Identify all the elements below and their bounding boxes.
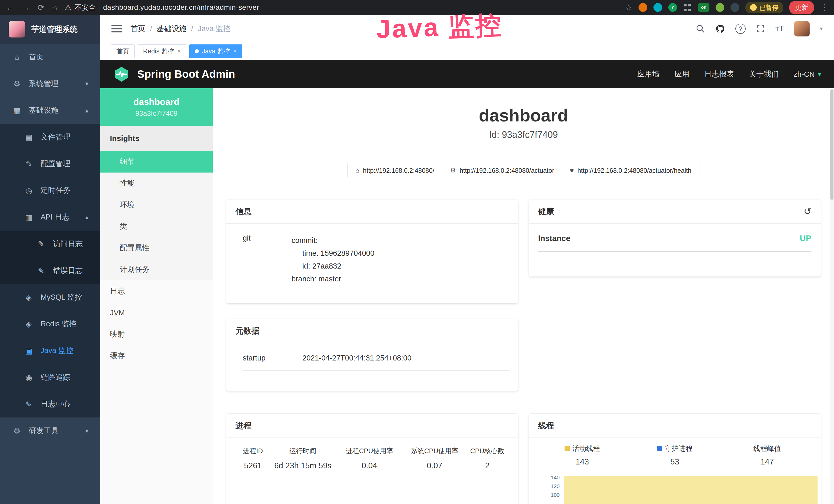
help-icon[interactable]: ? (736, 24, 746, 34)
close-icon[interactable]: × (233, 48, 237, 54)
service-url-button[interactable]: ⌂http://192.168.0.2:48080/ (347, 163, 442, 178)
sidebar-item-api-logs[interactable]: ▥API 日志▴ (0, 204, 100, 231)
update-button[interactable]: 更新 (789, 1, 814, 14)
sba-item-caches[interactable]: 缓存 (100, 345, 213, 367)
sidebar-menu: ⌂首页 ⚙系统管理▾ ▦基础设施▴ ▤文件管理 ✎配置管理 ◷定时任务 ▥API… (0, 44, 100, 444)
sba-nav: 应用墙 应用 日志报表 关于我们 zh-CN▾ (637, 69, 821, 79)
page-title: dashboard (213, 105, 834, 125)
eye-icon: ◉ (24, 373, 34, 382)
breadcrumb: 首页 / 基础设施 / Java 监控 (130, 24, 231, 34)
metadata-card: 元数据 startup 2021-04-27T00:44:31.254+08:0… (226, 319, 518, 391)
sba-instance-header[interactable]: dashboard 93a3fc7f7409 (100, 88, 213, 126)
fullscreen-icon[interactable] (756, 24, 765, 33)
tab-redis-monitor[interactable]: Redis 监控× (138, 44, 186, 58)
sba-item-classes[interactable]: 类 (100, 216, 213, 237)
instance-health-row[interactable]: Instance UP (538, 234, 811, 252)
threads-card: 线程 活动线程 143 守护进程 53 线程峰值 (529, 414, 821, 504)
health-url-button[interactable]: ♥http://192.168.0.2:48080/actuator/healt… (562, 163, 699, 178)
actuator-url-button[interactable]: ⚙http://192.168.0.2:48080/actuator (442, 163, 562, 178)
active-dot (195, 49, 199, 53)
database-icon: ◈ (24, 320, 34, 329)
dashboard-icon: ⌂ (12, 53, 22, 61)
github-icon[interactable] (715, 24, 725, 33)
back-icon[interactable]: ← (6, 3, 14, 12)
breadcrumb-home[interactable]: 首页 (130, 24, 146, 34)
font-size-icon[interactable]: тT (775, 24, 784, 33)
sidebar-item-access-logs[interactable]: ✎访问日志 (0, 231, 100, 257)
live-threads-area (564, 476, 817, 504)
tools-icon: ⚙ (12, 427, 22, 435)
sba-item-environment[interactable]: 环境 (100, 194, 213, 216)
sba-language-select[interactable]: zh-CN▾ (794, 70, 821, 78)
col-header: 运行时间 (272, 444, 333, 458)
browser-toolbar: ← → ⟳ ⌂ ⚠ 不安全 dashboard.yudao.iocoder.cn… (0, 0, 834, 15)
database-icon: ◈ (24, 293, 34, 302)
user-avatar[interactable] (794, 21, 810, 37)
sba-brand[interactable]: Spring Boot Admin (137, 68, 235, 81)
process-id-value: 5261 (234, 458, 272, 477)
extension-icon-6[interactable] (716, 3, 724, 12)
sidebar-item-log-center[interactable]: ✎日志中心 (0, 391, 100, 417)
sba-item-jvm[interactable]: JVM (100, 302, 213, 323)
chart-y-axis: 140 120 100 (533, 473, 564, 499)
avatar-caret-icon[interactable]: ▾ (820, 25, 823, 32)
col-header: CPU核心数 (464, 444, 511, 458)
forward-icon[interactable]: → (22, 3, 30, 12)
sidebar-item-system[interactable]: ⚙系统管理▾ (0, 70, 100, 97)
sidebar-item-home[interactable]: ⌂首页 (0, 44, 100, 70)
sidebar-item-dev-tools[interactable]: ⚙研发工具▾ (0, 417, 100, 444)
peak-threads-value: 147 (721, 457, 813, 466)
sba-nav-wallboard[interactable]: 应用墙 (637, 69, 660, 79)
threads-chart: 140 120 100 (529, 473, 821, 499)
breadcrumb-infrastructure[interactable]: 基础设施 (157, 24, 186, 34)
git-commit-details: commit: time: 1596289704000 id: 27aa832 … (291, 234, 374, 285)
extension-icon-7[interactable] (730, 3, 739, 12)
instance-label: Instance (538, 234, 570, 243)
search-icon[interactable] (696, 24, 705, 33)
sidebar-item-files[interactable]: ▤文件管理 (0, 124, 100, 151)
extension-icon-3[interactable]: Y (668, 3, 677, 12)
hamburger-icon[interactable] (111, 24, 122, 33)
sidebar-item-scheduled-jobs[interactable]: ◷定时任务 (0, 177, 100, 204)
sidebar-item-java-monitor[interactable]: ▣Java 监控 (0, 337, 100, 364)
extensions-grid-icon[interactable] (683, 3, 692, 12)
address-bar[interactable]: ⚠ 不安全 dashboard.yudao.iocoder.cn/infra/a… (65, 3, 259, 12)
url-text[interactable]: dashboard.yudao.iocoder.cn/infra/admin-s… (103, 3, 259, 12)
sidebar-item-config[interactable]: ✎配置管理 (0, 151, 100, 177)
legend-label: 线程峰值 (753, 444, 781, 453)
tab-home[interactable]: 首页 (111, 44, 135, 58)
edit-icon: ✎ (24, 159, 34, 168)
sba-item-mappings[interactable]: 映射 (100, 323, 213, 345)
sidebar-item-tracing[interactable]: ◉链路追踪 (0, 364, 100, 391)
close-icon[interactable]: × (177, 48, 181, 54)
sidebar-item-mysql-monitor[interactable]: ◈MySQL 监控 (0, 284, 100, 311)
legend-swatch-live (565, 446, 570, 451)
sba-nav-about[interactable]: 关于我们 (749, 69, 779, 79)
extension-on-toggle-icon[interactable]: on (698, 3, 709, 12)
reload-icon[interactable]: ⟳ (38, 3, 44, 12)
extension-icon-2[interactable] (654, 3, 662, 12)
sidebar-logo[interactable]: 芋道管理系统 (0, 15, 100, 44)
sidebar-item-error-logs[interactable]: ✎错误日志 (0, 257, 100, 284)
clock-icon: ◷ (24, 186, 34, 195)
sba-nav-applications[interactable]: 应用 (675, 69, 689, 79)
sidebar-item-redis-monitor[interactable]: ◈Redis 监控 (0, 311, 100, 337)
chrome-menu-icon[interactable]: ⋮ (820, 3, 828, 12)
tab-java-monitor[interactable]: Java 监控× (189, 44, 242, 58)
logo-image (9, 21, 25, 38)
bookmark-star-icon[interactable]: ☆ (625, 3, 632, 12)
header-actions: ? тT ▾ (696, 21, 823, 37)
sba-item-metrics[interactable]: 性能 (100, 173, 213, 194)
paused-badge[interactable]: 已暂停 (745, 2, 783, 13)
sba-nav-journal[interactable]: 日志报表 (704, 69, 734, 79)
sba-item-config-props[interactable]: 配置属性 (100, 237, 213, 259)
extension-icon-1[interactable] (639, 3, 647, 12)
scrollbar[interactable] (830, 88, 834, 504)
sba-item-logs[interactable]: 日志 (100, 280, 213, 302)
sba-item-scheduled-tasks[interactable]: 计划任务 (100, 259, 213, 280)
sba-item-details[interactable]: 细节 (100, 151, 213, 173)
scrollbar-thumb[interactable] (830, 89, 833, 200)
sidebar-item-infrastructure[interactable]: ▦基础设施▴ (0, 97, 100, 124)
home-icon[interactable]: ⌂ (52, 3, 57, 12)
history-icon[interactable]: ↺ (804, 206, 811, 217)
